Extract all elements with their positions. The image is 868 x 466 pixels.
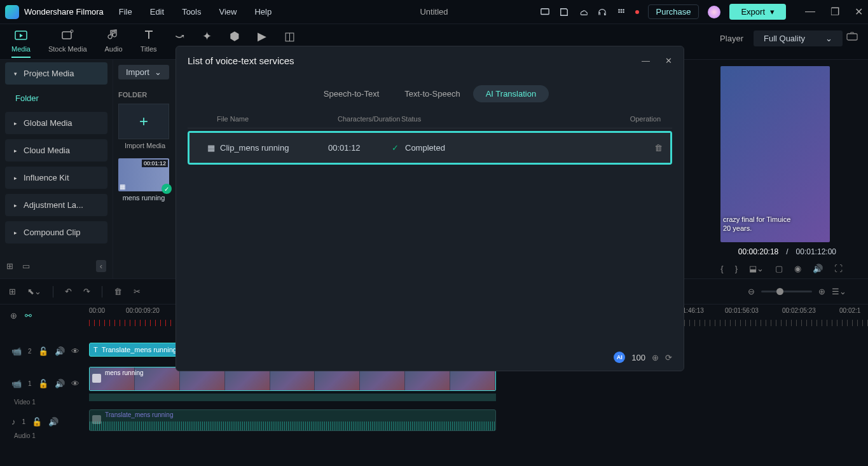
eye-icon[interactable]: 👁: [71, 346, 79, 356]
lock-icon[interactable]: 🔓: [38, 379, 48, 388]
display-icon[interactable]: ▢: [775, 264, 783, 273]
marker-icon[interactable]: ⬓⌄: [749, 264, 764, 273]
delete-icon[interactable]: 🗑: [114, 287, 122, 296]
minimize-button[interactable]: —: [805, 6, 815, 18]
tab-titles[interactable]: Titles: [134, 28, 163, 59]
svg-rect-8: [62, 32, 71, 39]
split-icon: ◫: [284, 29, 295, 43]
volume-icon[interactable]: 🔊: [813, 264, 823, 273]
save-icon[interactable]: [559, 7, 569, 17]
fullscreen-icon[interactable]: ⛶: [834, 264, 843, 273]
current-time: 00:00:20:18: [738, 247, 778, 256]
more-icon: ▶: [258, 29, 266, 43]
modal-tabs: Speech-to-Text Text-to-Speech AI Transla…: [176, 85, 684, 102]
video-preview[interactable]: crazy final for Timuice 20 years.: [720, 66, 830, 242]
tab-media[interactable]: Media: [5, 28, 37, 59]
cursor-icon[interactable]: ⬉⌄: [27, 287, 41, 296]
sidebar: ▾ Project Media Folder ▸Global Media ▸Cl…: [0, 60, 113, 278]
tab-audio[interactable]: Audio: [99, 28, 129, 59]
cloud-icon[interactable]: [578, 7, 588, 17]
maximize-button[interactable]: ❐: [830, 6, 839, 18]
monitor-icon[interactable]: [540, 7, 550, 17]
delete-button[interactable]: 🗑: [654, 143, 663, 153]
bracket-close-icon[interactable]: }: [735, 264, 738, 273]
folder-item[interactable]: Folder: [0, 87, 113, 109]
undo-icon[interactable]: ↶: [65, 287, 72, 296]
bracket-open-icon[interactable]: {: [720, 264, 723, 273]
media-panel: Import⌄ FOLDER + Import Media 00:01:12 ▦…: [113, 60, 177, 278]
menu-tools[interactable]: Tools: [182, 7, 201, 17]
ai-badge-icon: AI: [614, 352, 625, 363]
export-button[interactable]: Export▾: [729, 4, 786, 20]
audio-track-icon[interactable]: ♪: [11, 417, 16, 427]
cut-icon[interactable]: ✂: [134, 287, 141, 296]
camera-icon[interactable]: ◉: [794, 264, 801, 273]
mute-icon[interactable]: 🔊: [55, 346, 65, 356]
purchase-button[interactable]: Purchase: [648, 4, 699, 19]
sidebar-influence-kit[interactable]: ▸Influence Kit: [5, 167, 107, 189]
mute-icon[interactable]: 🔊: [48, 417, 59, 427]
folder-icon[interactable]: ▭: [22, 261, 30, 271]
video-track-icon[interactable]: 📹: [11, 346, 22, 356]
menu-file[interactable]: File: [119, 7, 132, 17]
quality-dropdown[interactable]: Full Quality ⌄: [754, 31, 843, 46]
audio-icon: [107, 29, 120, 44]
grid-icon[interactable]: ⊞: [9, 287, 16, 296]
menu-edit[interactable]: Edit: [150, 7, 164, 17]
app-logo: [5, 5, 19, 19]
document-title: Untitled: [420, 7, 448, 17]
layout-icon[interactable]: ☰⌄: [832, 287, 846, 296]
tab-stock-media[interactable]: Stock Media: [42, 28, 93, 59]
audio-clip[interactable]: Translate_mens running: [89, 409, 496, 431]
close-button[interactable]: ✕: [855, 6, 863, 18]
table-row[interactable]: ▦ Clip_mens running 00:01:12 ✓ Completed…: [189, 133, 670, 163]
svg-rect-0: [541, 8, 548, 14]
eye-icon[interactable]: 👁: [71, 379, 79, 388]
text-icon: T: [93, 346, 98, 353]
sidebar-cloud-media[interactable]: ▸Cloud Media: [5, 139, 107, 161]
add-track-icon[interactable]: ⊕: [10, 311, 17, 320]
link-icon[interactable]: ⚯: [25, 311, 32, 320]
close-button[interactable]: ✕: [665, 56, 672, 65]
table-header: File Name Characters/Duration Status Ope…: [188, 110, 672, 128]
minimize-button[interactable]: —: [642, 56, 650, 65]
chevron-right-icon: ▸: [14, 147, 17, 154]
snapshot-icon[interactable]: [846, 32, 858, 43]
redo-icon[interactable]: ↷: [83, 287, 90, 296]
zoom-slider[interactable]: [761, 291, 812, 292]
import-media-label: Import Media: [118, 142, 172, 149]
tab-speech-to-text[interactable]: Speech-to-Text: [311, 85, 392, 102]
check-icon: ✓: [392, 143, 399, 153]
collapse-icon[interactable]: ‹: [96, 260, 106, 272]
svg-point-3: [623, 9, 624, 11]
lock-icon[interactable]: 🔓: [32, 417, 42, 427]
stickers-icon: ⬢: [230, 29, 240, 43]
caption-line-1: crazy final for Timuice: [723, 216, 790, 223]
sidebar-adjustment-layer[interactable]: ▸Adjustment La...: [5, 194, 107, 216]
titles-icon: [142, 29, 155, 44]
chevron-right-icon: ▸: [14, 120, 17, 127]
sidebar-global-media[interactable]: ▸Global Media: [5, 112, 107, 134]
video-track-icon[interactable]: 📹: [11, 379, 22, 388]
total-time: 00:01:12:00: [796, 247, 836, 256]
lock-icon[interactable]: 🔓: [38, 346, 48, 356]
user-avatar[interactable]: [708, 6, 720, 18]
new-folder-icon[interactable]: ⊞: [6, 261, 13, 271]
sidebar-project-media[interactable]: ▾ Project Media: [5, 62, 107, 85]
import-dropdown[interactable]: Import⌄: [118, 65, 169, 79]
sidebar-compound-clip[interactable]: ▸Compound Clip: [5, 221, 107, 243]
refresh-icon[interactable]: ⟳: [665, 353, 672, 362]
headphones-icon[interactable]: [597, 7, 607, 17]
zoom-out-icon[interactable]: ⊖: [748, 287, 755, 296]
track-audio: ♪1 🔓 🔊 Translate_mens running: [0, 408, 868, 435]
add-icon[interactable]: ⊕: [652, 353, 659, 362]
zoom-in-icon[interactable]: ⊕: [818, 287, 825, 296]
tab-text-to-speech[interactable]: Text-to-Speech: [392, 85, 472, 102]
media-clip-item[interactable]: 00:01:12 ▦ ✓ mens running: [118, 158, 169, 202]
import-media-tile[interactable]: +: [118, 104, 169, 139]
tab-ai-translation[interactable]: AI Translation: [473, 85, 549, 102]
menu-help[interactable]: Help: [254, 7, 272, 17]
mute-icon[interactable]: 🔊: [55, 379, 65, 388]
apps-icon[interactable]: [616, 7, 626, 17]
menu-view[interactable]: View: [219, 7, 237, 17]
